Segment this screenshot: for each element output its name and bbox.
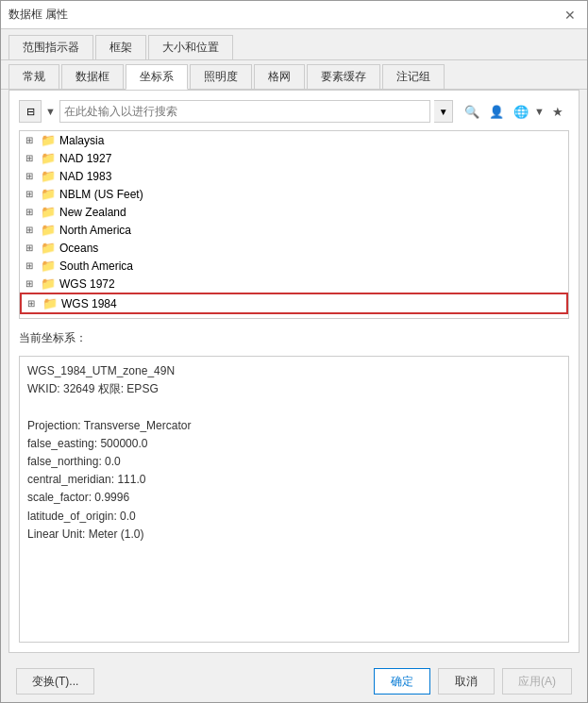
info-line-1: WGS_1984_UTM_zone_49N: [27, 362, 561, 380]
current-crs-label: 当前坐标系：: [19, 330, 569, 346]
item-label: New Zealand: [59, 206, 126, 219]
item-label: WGS 1984: [61, 297, 117, 310]
main-content: ⊟ ▼ ▼ 🔍 👤 🌐 ▼ ★ ⊞ 📁 Malaysia ⊞ 📁 NA: [8, 90, 580, 653]
expand-icon[interactable]: ⊞: [25, 171, 39, 181]
info-line-10: Linear Unit: Meter (1.0): [27, 526, 561, 544]
folder-icon: 📁: [41, 151, 56, 165]
search-input[interactable]: [59, 100, 430, 123]
item-label: WGS 1972: [59, 277, 115, 291]
tab-dataframe[interactable]: 数据框: [61, 64, 124, 89]
tab-feature-cache[interactable]: 要素缓存: [307, 64, 380, 89]
tab-general[interactable]: 常规: [8, 64, 59, 89]
dialog-title: 数据框 属性: [8, 7, 68, 23]
ok-button[interactable]: 确定: [374, 668, 430, 695]
bottom-tab-bar: 常规 数据框 坐标系 照明度 格网 要素缓存 注记组: [1, 60, 587, 90]
item-label: NBLM (US Feet): [59, 188, 143, 201]
item-label: North America: [59, 224, 131, 237]
expand-icon[interactable]: ⊞: [25, 135, 39, 145]
folder-icon: 📁: [41, 205, 56, 219]
folder-icon: 📁: [41, 187, 56, 201]
tab-coordinate[interactable]: 坐标系: [126, 64, 188, 90]
star-icon[interactable]: ★: [546, 100, 569, 123]
tab-lighting[interactable]: 照明度: [190, 64, 252, 89]
filter-button[interactable]: ⊟: [19, 100, 42, 123]
search-dropdown-arrow[interactable]: ▼: [434, 100, 453, 123]
footer-left: 变换(T)...: [16, 668, 94, 695]
info-line-2: WKID: 32649 权限: EPSG: [27, 380, 561, 398]
folder-icon: 📁: [41, 276, 56, 291]
tab-range-indicator[interactable]: 范围指示器: [8, 35, 93, 59]
expand-icon[interactable]: ⊞: [25, 153, 39, 163]
footer-right: 确定 取消 应用(A): [374, 668, 572, 695]
filter-dropdown-arrow[interactable]: ▼: [45, 106, 56, 117]
folder-icon: 📁: [41, 133, 56, 147]
info-line-4: Projection: Transverse_Mercator: [27, 417, 561, 435]
item-label: South America: [59, 259, 133, 273]
toolbar: ⊟ ▼ ▼ 🔍 👤 🌐 ▼ ★: [19, 100, 569, 123]
close-button[interactable]: ✕: [561, 6, 580, 25]
folder-icon: 📁: [41, 169, 56, 183]
tree-item-malaysia[interactable]: ⊞ 📁 Malaysia: [20, 131, 568, 149]
tree-item-northamerica[interactable]: ⊞ 📁 North America: [20, 221, 568, 239]
expand-icon[interactable]: ⊞: [25, 260, 39, 271]
tree-item-wgs1972[interactable]: ⊞ 📁 WGS 1972: [20, 275, 568, 293]
expand-icon[interactable]: ⊞: [25, 225, 39, 235]
info-line-3: [27, 398, 561, 416]
convert-button[interactable]: 变换(T)...: [16, 668, 94, 695]
item-label: NAD 1983: [59, 170, 111, 183]
dialog: 数据框 属性 ✕ 范围指示器 框架 大小和位置 常规 数据框 坐标系 照明度 格…: [0, 0, 588, 703]
tab-annotation[interactable]: 注记组: [382, 64, 445, 89]
crs-info-box: WGS_1984_UTM_zone_49N WKID: 32649 权限: EP…: [19, 356, 569, 643]
folder-icon: 📁: [41, 241, 56, 255]
expand-icon[interactable]: ⊞: [25, 189, 39, 199]
tree-item-southamerica[interactable]: ⊞ 📁 South America: [20, 257, 568, 275]
item-label: Malaysia: [59, 134, 104, 147]
globe-dropdown-arrow[interactable]: ▼: [534, 106, 545, 117]
expand-icon[interactable]: ⊞: [27, 298, 41, 309]
folder-icon: 📁: [42, 296, 58, 310]
tree-item-nad1983[interactable]: ⊞ 📁 NAD 1983: [20, 167, 568, 185]
title-bar: 数据框 属性 ✕: [1, 1, 587, 29]
item-label: NAD 1927: [59, 152, 111, 165]
tree-item-newzealand[interactable]: ⊞ 📁 New Zealand: [20, 203, 568, 221]
item-label: Oceans: [59, 242, 98, 255]
expand-icon[interactable]: ⊞: [25, 243, 39, 253]
tree-item-wgs1984[interactable]: ⊞ 📁 WGS 1984: [20, 293, 568, 314]
info-line-7: central_meridian: 111.0: [27, 471, 561, 489]
folder-icon: 📁: [41, 259, 56, 273]
icon-group: 🔍 👤 🌐 ▼ ★: [461, 100, 569, 123]
expand-icon[interactable]: ⊞: [25, 207, 39, 217]
tab-size-position[interactable]: 大小和位置: [148, 35, 233, 59]
cancel-button[interactable]: 取消: [438, 668, 495, 695]
info-line-9: latitude_of_origin: 0.0: [27, 508, 561, 526]
tab-frame[interactable]: 框架: [95, 35, 146, 59]
search-icon[interactable]: 🔍: [461, 100, 483, 123]
expand-icon[interactable]: ⊞: [25, 278, 39, 289]
tree-item-oceans[interactable]: ⊞ 📁 Oceans: [20, 239, 568, 257]
tree-item-nad1927[interactable]: ⊞ 📁 NAD 1927: [20, 149, 568, 167]
footer: 变换(T)... 确定 取消 应用(A): [1, 661, 587, 702]
apply-button[interactable]: 应用(A): [502, 668, 572, 695]
tab-grid[interactable]: 格网: [254, 64, 305, 89]
globe-icon[interactable]: 🌐: [510, 100, 532, 123]
top-tab-bar: 范围指示器 框架 大小和位置: [1, 29, 587, 60]
folder-icon: 📁: [41, 223, 56, 237]
user-icon[interactable]: 👤: [485, 100, 508, 123]
coordinate-tree[interactable]: ⊞ 📁 Malaysia ⊞ 📁 NAD 1927 ⊞ 📁 NAD 1983 ⊞…: [19, 130, 569, 319]
tree-item-nblm[interactable]: ⊞ 📁 NBLM (US Feet): [20, 185, 568, 203]
filter-icon: ⊟: [26, 106, 35, 118]
info-line-6: false_northing: 0.0: [27, 453, 561, 471]
info-line-5: false_easting: 500000.0: [27, 435, 561, 453]
info-line-8: scale_factor: 0.9996: [27, 489, 561, 507]
